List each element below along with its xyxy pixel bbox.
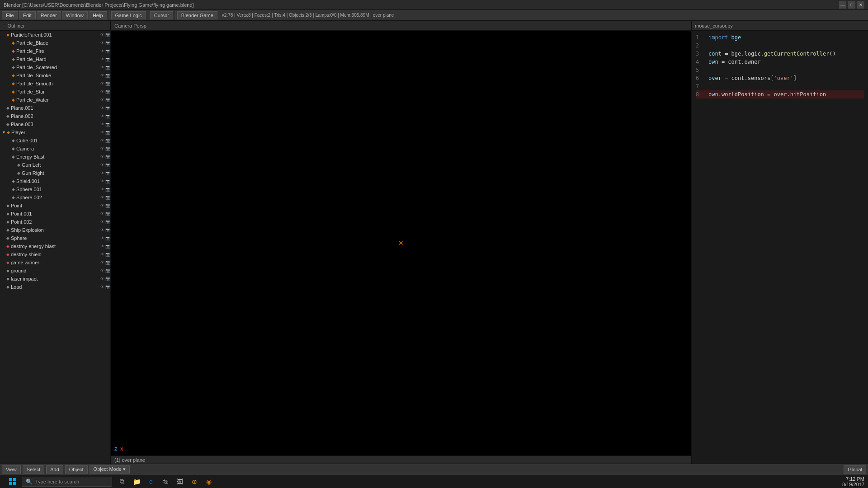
outliner-item[interactable]: ◆Cube.001👁📷 [0,136,110,145]
eye-icon[interactable]: 👁 [100,33,104,37]
outliner-item[interactable]: ▼◆Player👁📷 [0,128,110,136]
cursor-tool[interactable]: Cursor [150,11,173,19]
eye-icon[interactable]: 👁 [100,203,104,208]
close-button[interactable]: ✕ [857,1,864,9]
toolbar-select[interactable]: Select [23,465,45,474]
render-icon[interactable]: 📷 [105,155,110,159]
outliner-item[interactable]: ◆Plane.001👁📷 [0,104,110,112]
eye-icon[interactable]: 👁 [100,146,104,151]
engine-selector[interactable]: Blender Game [177,11,217,19]
render-icon[interactable]: 📷 [105,277,110,281]
outliner-item[interactable]: ◆Sphere.001👁📷 [0,185,110,193]
render-icon[interactable]: 📷 [105,252,110,257]
render-icon[interactable]: 📷 [105,195,110,200]
edge-icon[interactable]: e [145,476,157,487]
render-icon[interactable]: 📷 [105,163,110,167]
render-icon[interactable]: 📷 [105,106,110,110]
eye-icon[interactable]: 👁 [100,211,104,216]
render-icon[interactable]: 📷 [105,98,110,102]
outliner-list[interactable]: ◆ParticleParent.001👁📷◆Particle_Blade👁📷◆P… [0,31,110,464]
outliner-item[interactable]: ◆Camera👁📷 [0,145,110,153]
taskbar-search[interactable]: 🔍 Type here to search [22,477,112,487]
render-icon[interactable]: 📷 [105,114,110,118]
eye-icon[interactable]: 👁 [100,106,104,110]
render-icon[interactable]: 📷 [105,285,110,289]
eye-icon[interactable]: 👁 [100,277,104,281]
outliner-item[interactable]: ◆Particle_Star👁📷 [0,88,110,96]
render-icon[interactable]: 📷 [105,244,110,249]
eye-icon[interactable]: 👁 [100,268,104,273]
render-icon[interactable]: 📷 [105,65,110,70]
maximize-button[interactable]: □ [848,1,855,9]
render-icon[interactable]: 📷 [105,179,110,183]
outliner-item[interactable]: ◆game winner👁📷 [0,258,110,267]
minimize-button[interactable]: — [839,1,846,9]
eye-icon[interactable]: 👁 [100,138,104,143]
toolbar-add[interactable]: Add [46,465,63,474]
eye-icon[interactable]: 👁 [100,65,104,70]
outliner-item[interactable]: ◆Particle_Fire👁📷 [0,47,110,55]
outliner-item[interactable]: ◆Particle_Smoke👁📷 [0,71,110,80]
render-icon[interactable]: 📷 [105,49,110,53]
window-controls[interactable]: — □ ✕ [839,1,864,9]
toolbar-view[interactable]: View [2,465,21,474]
eye-icon[interactable]: 👁 [100,89,104,94]
blender-icon[interactable]: ◉ [203,476,215,487]
outliner-item[interactable]: ◆Plane.003👁📷 [0,120,110,128]
eye-icon[interactable]: 👁 [100,130,104,135]
render-icon[interactable]: 📷 [105,171,110,175]
render-icon[interactable]: 📷 [105,260,110,265]
outliner-item[interactable]: ◆Particle_Hard👁📷 [0,55,110,63]
outliner-item[interactable]: ◆Load👁📷 [0,283,110,291]
menu-edit[interactable]: Edit [19,11,36,19]
eye-icon[interactable]: 👁 [100,285,104,289]
photos-icon[interactable]: 🖼 [174,476,186,487]
outliner-item[interactable]: ◆Sphere👁📷 [0,234,110,242]
render-icon[interactable]: 📷 [105,81,110,86]
outliner-item[interactable]: ◆destroy shield👁📷 [0,250,110,258]
outliner-item[interactable]: ◆Shield.001👁📷 [0,177,110,185]
toolbar-global[interactable]: Global [844,465,866,474]
eye-icon[interactable]: 👁 [100,114,104,118]
task-view-icon[interactable]: ⧉ [116,476,128,487]
outliner-item[interactable]: ◆Gun Left👁📷 [0,161,110,169]
outliner-item[interactable]: ◆Particle_Scattered👁📷 [0,63,110,71]
eye-icon[interactable]: 👁 [100,49,104,53]
outliner-item[interactable]: ◆Point👁📷 [0,202,110,210]
menu-file[interactable]: File [2,11,18,19]
render-icon[interactable]: 📷 [105,236,110,240]
eye-icon[interactable]: 👁 [100,73,104,78]
render-icon[interactable]: 📷 [105,41,110,45]
eye-icon[interactable]: 👁 [100,81,104,86]
outliner-item[interactable]: ◆Particle_Water👁📷 [0,96,110,104]
render-icon[interactable]: 📷 [105,228,110,232]
viewport-canvas[interactable]: ✕ Z X [111,31,691,455]
render-icon[interactable]: 📷 [105,73,110,78]
outliner-item[interactable]: ◆Energy Blast👁📷 [0,153,110,161]
outliner-item[interactable]: ◆Gun Right👁📷 [0,169,110,177]
outliner-item[interactable]: ◆Point.002👁📷 [0,218,110,226]
eye-icon[interactable]: 👁 [100,244,104,249]
store-icon[interactable]: 🛍 [159,476,172,487]
outliner-item[interactable]: ◆laser impact👁📷 [0,275,110,283]
eye-icon[interactable]: 👁 [100,187,104,192]
outliner-item[interactable]: ◆Plane.002👁📷 [0,112,110,120]
toolbar-object[interactable]: Object [65,465,88,474]
render-icon[interactable]: 📷 [105,211,110,216]
chrome-icon[interactable]: ⊕ [188,476,201,487]
render-icon[interactable]: 📷 [105,57,110,61]
eye-icon[interactable]: 👁 [100,41,104,45]
mode-selector[interactable]: Game Logic [111,11,146,19]
eye-icon[interactable]: 👁 [100,57,104,61]
code-body[interactable]: 1import bge23cont = bge.logic.getCurrent… [692,31,868,464]
render-icon[interactable]: 📷 [105,130,110,135]
eye-icon[interactable]: 👁 [100,155,104,159]
outliner-item[interactable]: ◆destroy energy blast👁📷 [0,242,110,250]
toolbar-object-mode[interactable]: Object Mode ▾ [90,465,130,474]
render-icon[interactable]: 📷 [105,138,110,143]
render-icon[interactable]: 📷 [105,122,110,127]
menu-render[interactable]: Render [37,11,61,19]
render-icon[interactable]: 📷 [105,33,110,37]
render-icon[interactable]: 📷 [105,146,110,151]
outliner-item[interactable]: ◆Point.001👁📷 [0,210,110,218]
